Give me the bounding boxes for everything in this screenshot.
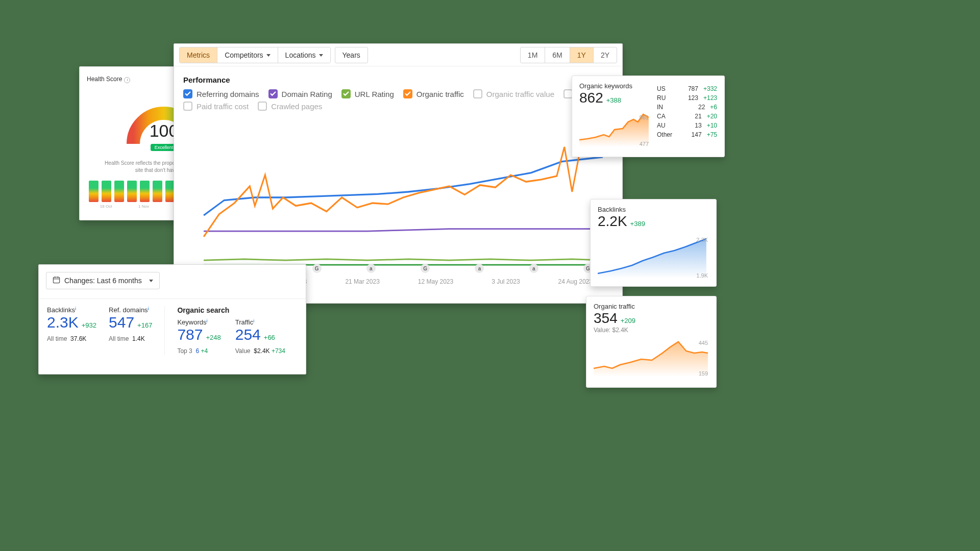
backl-title: Backlinks	[598, 206, 709, 213]
range-1m[interactable]: 1M	[521, 47, 545, 63]
metric-traffic[interactable]: Traffici 254+66 Value $2.4K +734	[235, 318, 285, 355]
legend-referring-domains[interactable]: Referring domains	[183, 89, 259, 98]
info-icon: i	[75, 306, 76, 311]
metric-ref-domains[interactable]: Ref. domainsi 547+167 All time 1.4K	[109, 306, 164, 355]
okw-title: Organic keywords	[579, 82, 650, 90]
range-picker: 1M 6M 1Y 2Y	[520, 47, 617, 63]
range-6m[interactable]: 6M	[545, 47, 569, 63]
view-tabs: Metrics Competitors Locations	[179, 47, 331, 63]
marker-icon: a	[529, 264, 538, 273]
toolbar: Metrics Competitors Locations Years 1M 6…	[174, 44, 622, 66]
svg-rect-1	[53, 277, 59, 283]
chevron-down-icon	[149, 280, 153, 282]
marker-icon: G	[421, 264, 430, 273]
tab-locations[interactable]: Locations	[278, 47, 330, 63]
okw-country-list: US787+332 RU123+123 IN22+6 CA21+20 AU13+…	[657, 84, 717, 151]
info-icon: i	[253, 318, 254, 323]
metric-keywords[interactable]: Keywordsi 787+248 Top 3 6 +4	[177, 318, 220, 355]
legend-domain-rating[interactable]: Domain Rating	[268, 89, 332, 98]
tab-competitors[interactable]: Competitors	[217, 47, 277, 63]
changes-dropdown[interactable]: Changes: Last 6 months	[46, 272, 160, 289]
calendar-icon	[53, 276, 60, 285]
backlinks-card[interactable]: Backlinks 2.2K+389 2.3K 1.9K	[590, 199, 717, 287]
chevron-down-icon	[266, 54, 271, 57]
info-icon: i	[206, 318, 207, 323]
changes-label: Changes: Last 6 months	[64, 277, 142, 285]
info-icon[interactable]: i	[124, 77, 130, 83]
backl-sparkline: 2.3K 1.9K	[598, 233, 709, 279]
organic-search-title: Organic search	[177, 306, 285, 314]
performance-chart: G G G a G a a G 7 Dec 202228 Jan 2023 21…	[183, 119, 613, 287]
legend-crawled[interactable]: Crawled pages	[258, 102, 322, 111]
tab-metrics[interactable]: Metrics	[180, 47, 217, 63]
range-2y[interactable]: 2Y	[593, 47, 617, 63]
legend-url-rating[interactable]: URL Rating	[341, 89, 394, 98]
changes-card: Changes: Last 6 months Backlinksi 2.3K+9…	[38, 264, 306, 374]
legend-organic-traffic[interactable]: Organic traffic	[403, 89, 464, 98]
organic-keywords-card[interactable]: Organic keywords 862+388 961 477 US787+3…	[572, 76, 725, 157]
otraf-title: Organic traffic	[594, 303, 709, 310]
range-1y[interactable]: 1Y	[570, 47, 593, 63]
metric-backlinks[interactable]: Backlinksi 2.3K+932 All time 37.6K	[47, 306, 109, 355]
chevron-down-icon	[319, 54, 323, 57]
performance-title: Performance	[174, 66, 622, 89]
marker-icon: a	[475, 264, 484, 273]
otraf-sparkline: 445 159	[594, 337, 709, 377]
legend: Referring domains Domain Rating URL Rati…	[174, 89, 622, 115]
marker-icon: a	[366, 264, 376, 273]
tab-years[interactable]: Years	[335, 47, 368, 63]
organic-traffic-card[interactable]: Organic traffic 354+209 Value: $2.4K 445…	[586, 296, 717, 388]
otraf-value-sub: Value: $2.4K	[594, 327, 709, 334]
info-icon: i	[148, 306, 149, 311]
legend-organic-traffic-value[interactable]: Organic traffic value	[473, 89, 554, 98]
legend-paid-cost[interactable]: Paid traffic cost	[183, 102, 249, 111]
okw-sparkline: 961 477	[579, 109, 650, 147]
marker-icon: G	[312, 264, 322, 273]
